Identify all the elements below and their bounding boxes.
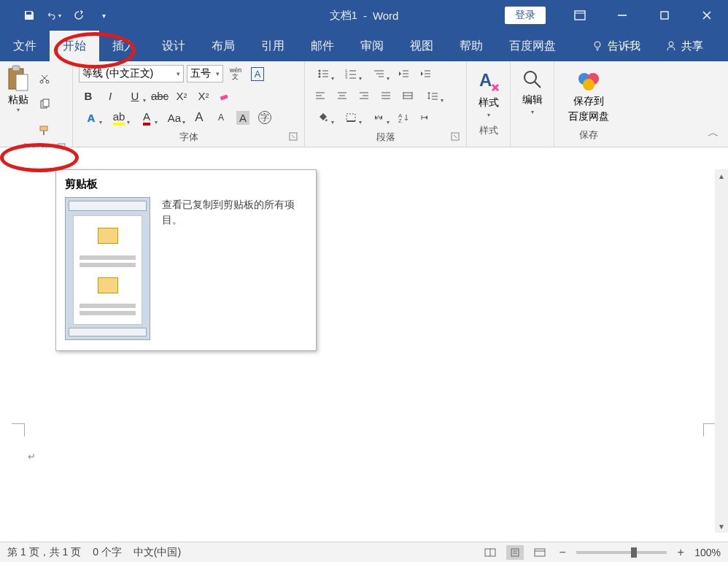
svg-rect-10 [16,74,28,91]
app-name: Word [373,9,399,22]
tab-file[interactable]: 文件 [0,31,50,61]
underline-button[interactable]: U [123,86,147,105]
tab-insert[interactable]: 插入 [99,31,149,61]
italic-button[interactable]: I [101,86,120,105]
format-painter-icon[interactable] [35,121,54,140]
show-marks-icon[interactable] [416,108,435,127]
increase-indent-icon[interactable] [416,64,435,83]
svg-rect-18 [220,94,228,100]
tab-design[interactable]: 设计 [149,31,198,61]
borders-icon[interactable] [338,108,363,127]
paragraph-launcher[interactable] [450,132,460,142]
superscript-button[interactable]: X2 [194,86,213,105]
status-bar: 第 1 页，共 1 页 0 个字 中文(中国) − + 100% [0,542,728,562]
text-effects-icon[interactable]: A [79,108,104,127]
save-icon[interactable] [22,8,36,23]
scroll-up-icon[interactable]: ▲ [715,169,728,182]
tell-me[interactable]: 告诉我 [581,39,651,53]
font-launcher[interactable] [288,132,298,142]
shading-icon[interactable] [311,108,336,127]
tooltip-text: 查看已复制到剪贴板的所有项目。 [162,197,307,340]
login-button[interactable]: 登录 [505,7,546,24]
clear-formatting-icon[interactable] [216,86,235,105]
status-words[interactable]: 0 个字 [93,546,122,559]
close-icon[interactable] [686,0,728,31]
font-color-icon[interactable]: A [134,108,159,127]
align-right-icon[interactable] [355,86,373,105]
qat-customize-icon[interactable]: ▾ [96,8,111,23]
highlight-icon[interactable]: ab [107,108,131,127]
change-case-icon[interactable]: Aa [162,108,187,127]
align-center-icon[interactable] [333,86,352,105]
enclose-characters-icon[interactable]: 字 [255,108,274,127]
redo-icon[interactable] [71,8,86,23]
tab-help[interactable]: 帮助 [446,31,496,61]
align-left-icon[interactable] [311,86,330,105]
numbering-icon[interactable]: 123 [338,64,363,83]
quick-access-toolbar: ▾ ▾ [0,8,111,23]
tooltip-title: 剪贴板 [65,177,307,191]
editing-button[interactable]: 编辑▾ [516,64,548,120]
minimize-icon[interactable] [601,0,643,31]
undo-icon[interactable]: ▾ [47,8,61,23]
maximize-icon[interactable] [643,0,686,31]
ribbon-display-icon[interactable] [559,0,601,31]
tab-baidu[interactable]: 百度网盘 [496,31,569,61]
lightbulb-icon [592,40,603,52]
save-baidu-button[interactable]: 保存到 百度网盘 [560,64,617,127]
scroll-down-icon[interactable]: ▼ [715,520,728,533]
strikethrough-button[interactable]: abc [150,86,169,105]
collapse-ribbon-icon[interactable]: ︿ [708,126,719,141]
tab-home[interactable]: 开始 [50,31,99,61]
character-border-icon[interactable]: A [248,64,267,83]
view-print-layout-icon[interactable] [506,545,524,560]
phonetic-guide-icon[interactable]: wén文 [226,64,245,83]
multilevel-list-icon[interactable] [366,64,391,83]
window-title: 文档1 - Word [330,9,399,23]
paste-icon [6,64,31,93]
sort-icon[interactable]: AZ [394,108,413,127]
grow-font-icon[interactable]: A [190,108,209,127]
line-spacing-icon[interactable] [420,86,445,105]
character-shading-icon[interactable]: A [233,108,252,127]
decrease-indent-icon[interactable] [394,64,413,83]
share-icon [665,40,677,52]
styles-button[interactable]: A 样式▾ [473,64,504,123]
asian-layout-icon[interactable]: A [366,108,391,127]
group-label-font: 字体 [79,129,298,145]
baidu-cloud-icon [576,69,602,92]
svg-text:3: 3 [345,76,348,79]
share-button[interactable]: 共享 [655,39,713,53]
cut-icon[interactable] [35,69,54,88]
tab-layout[interactable]: 布局 [198,31,248,61]
status-page[interactable]: 第 1 页，共 1 页 [7,546,81,559]
font-size-combo[interactable]: 五号▾ [187,65,223,82]
bold-button[interactable]: B [79,86,98,105]
shrink-font-icon[interactable]: A [212,108,231,127]
ribbon: 粘贴 ▾ 剪贴板 等线 (中文正文)▾ 五号▾ wén文 A B I [0,61,728,147]
vertical-scrollbar[interactable]: ▲ ▼ [715,169,728,533]
font-name-combo[interactable]: 等线 (中文正文)▾ [79,65,184,82]
zoom-slider-thumb[interactable] [631,547,637,558]
view-web-layout-icon[interactable] [531,545,549,560]
zoom-in-button[interactable]: + [674,546,687,559]
align-distribute-icon[interactable] [398,86,417,105]
align-justify-icon[interactable] [376,86,395,105]
ribbon-tabs: 文件 开始 插入 设计 布局 引用 邮件 审阅 视图 帮助 百度网盘 告诉我 共… [0,31,728,61]
styles-icon: A [476,69,501,93]
zoom-out-button[interactable]: − [556,546,569,559]
zoom-level[interactable]: 100% [694,547,721,558]
status-language[interactable]: 中文(中国) [133,546,181,559]
tab-review[interactable]: 审阅 [347,31,397,61]
bullets-icon[interactable] [311,64,336,83]
tab-view[interactable]: 视图 [397,31,446,61]
tab-references[interactable]: 引用 [248,31,298,61]
zoom-slider[interactable] [576,551,667,554]
subscript-button[interactable]: X2 [172,86,191,105]
tab-mailings[interactable]: 邮件 [298,31,347,61]
svg-rect-9 [12,66,20,71]
copy-icon[interactable] [35,95,54,114]
view-read-mode-icon[interactable] [481,545,499,560]
tooltip-preview-image [65,197,150,340]
paste-button[interactable]: 粘贴 ▾ [6,64,31,140]
